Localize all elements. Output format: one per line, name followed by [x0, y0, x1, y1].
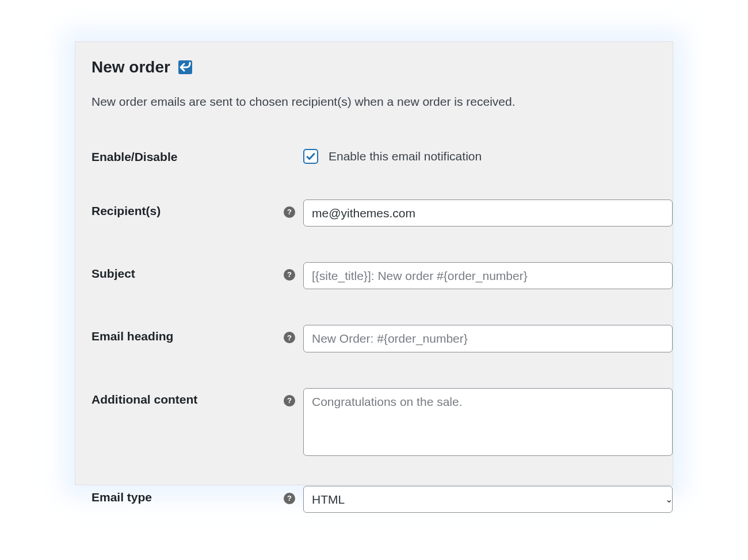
help-icon[interactable]: ?: [284, 332, 295, 343]
label-subject: Subject: [91, 262, 284, 281]
label-heading: Email heading: [91, 325, 284, 343]
enable-checkbox-label: Enable this email notification: [329, 149, 482, 163]
page-description: New order emails are sent to chosen reci…: [91, 93, 673, 111]
recipients-input[interactable]: [303, 200, 673, 227]
heading-input[interactable]: [303, 325, 673, 352]
enable-checkbox-wrap: Enable this email notification: [303, 145, 673, 164]
field-additional: Additional content ?: [91, 388, 673, 458]
help-icon[interactable]: ?: [284, 493, 295, 504]
title-row: New order: [91, 58, 673, 76]
page-title: New order: [91, 58, 170, 76]
label-recipients: Recipient(s): [91, 200, 284, 218]
settings-panel: New order New order emails are sent to c…: [75, 41, 673, 485]
enable-checkbox[interactable]: [303, 149, 318, 164]
label-enable: Enable/Disable: [91, 145, 284, 164]
help-icon[interactable]: ?: [284, 269, 295, 281]
help-icon[interactable]: ?: [284, 206, 295, 218]
email-type-select[interactable]: HTML: [303, 486, 673, 513]
subject-input[interactable]: [303, 262, 673, 289]
field-heading: Email heading ?: [91, 325, 673, 352]
back-icon[interactable]: [178, 60, 192, 74]
field-recipients: Recipient(s) ?: [91, 200, 673, 227]
field-type: Email type ? HTML ⌄: [91, 486, 673, 513]
label-type: Email type: [91, 486, 284, 504]
field-subject: Subject ?: [91, 262, 673, 289]
additional-textarea[interactable]: [303, 388, 673, 456]
help-icon[interactable]: ?: [284, 395, 295, 406]
label-additional: Additional content: [91, 388, 284, 406]
field-enable: Enable/Disable Enable this email notific…: [91, 145, 673, 164]
check-icon: [306, 151, 316, 162]
